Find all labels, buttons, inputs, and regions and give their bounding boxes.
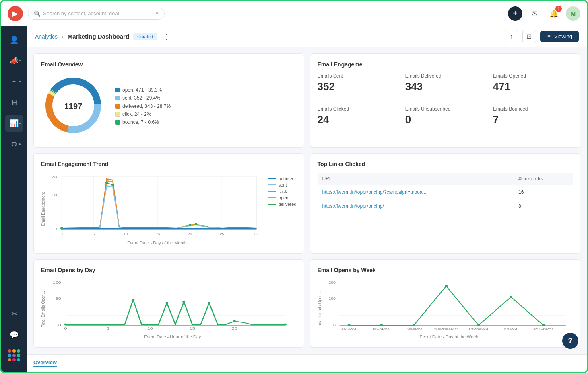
link-url-1[interactable]: https://fwcrm.in/toppr/pricing/?campaign… xyxy=(318,185,514,199)
help-button[interactable]: ? xyxy=(562,333,578,349)
sidebar-item-dot xyxy=(19,123,21,124)
svg-text:5: 5 xyxy=(106,326,109,330)
legend-bounce: bounce, 7 - 0.6% xyxy=(122,119,159,125)
email-button[interactable]: ✉ xyxy=(527,6,542,21)
stat-emails-bounced: Emails Bounced 7 xyxy=(493,106,573,126)
sidebar-item-analytics[interactable]: 📊 xyxy=(5,115,23,132)
svg-point-71 xyxy=(542,324,545,326)
breadcrumb-separator: › xyxy=(62,33,64,40)
legend-bounce-line: bounce xyxy=(268,176,297,181)
legend-click: click, 24 - 2% xyxy=(122,111,151,117)
more-options-button[interactable]: ⋮ xyxy=(163,32,170,41)
stat-value: 7 xyxy=(493,113,573,126)
svg-text:50: 50 xyxy=(56,297,61,301)
monitor-icon: 🖥 xyxy=(10,98,18,107)
logo-button[interactable]: ▶ xyxy=(8,6,23,21)
svg-point-31 xyxy=(195,223,197,225)
contacts-icon: 👤 xyxy=(10,35,19,44)
links-table: URL #Link clicks https://fwcrm.in/toppr/… xyxy=(318,173,573,213)
link-url-2[interactable]: https://fwcrm.in/toppr/pricing/ xyxy=(318,199,514,213)
email-icon: ✉ xyxy=(532,9,538,18)
analytics-icon: 📊 xyxy=(10,119,19,128)
svg-point-47 xyxy=(182,301,185,303)
stat-label: Emails Opened xyxy=(493,73,573,79)
sidebar-item-automation[interactable]: ✦ xyxy=(5,73,23,90)
stat-value: 24 xyxy=(318,113,397,126)
svg-text:SATURDAY: SATURDAY xyxy=(533,327,553,330)
export-button[interactable]: ↑ xyxy=(505,30,518,43)
svg-point-69 xyxy=(477,324,480,326)
tab-overview[interactable]: Overview xyxy=(33,359,57,367)
stat-label: Emails Bounced xyxy=(493,106,573,112)
sidebar-item-monitor[interactable]: 🖥 xyxy=(5,94,23,111)
table-row: https://fwcrm.in/toppr/pricing/ 8 xyxy=(318,199,573,213)
search-placeholder: Search by contact, account, deal xyxy=(43,10,119,16)
avatar[interactable]: M xyxy=(566,6,580,21)
svg-point-30 xyxy=(188,224,191,226)
x-axis-label: Event Date - Hour of the Day xyxy=(49,334,297,339)
svg-point-46 xyxy=(165,302,168,304)
svg-text:100: 100 xyxy=(52,193,58,197)
page-title: Marketing Dashboard xyxy=(68,33,129,40)
export-icon: ↑ xyxy=(510,33,513,40)
link-clicks-1: 16 xyxy=(514,185,573,199)
curated-badge: Curated xyxy=(133,33,157,40)
campaigns-icon: 📣 xyxy=(10,56,19,65)
notifications-button[interactable]: 🔔 1 xyxy=(547,6,561,21)
eye-icon: 👁 xyxy=(547,33,552,39)
x-axis-label: Event Date - Day of the Month xyxy=(49,240,265,245)
col-clicks: #Link clicks xyxy=(514,173,573,185)
legend-click-line: click xyxy=(268,189,297,194)
opens-day-chart: 0 50 100 0 5 10 15 20 xyxy=(49,279,297,331)
svg-text:100: 100 xyxy=(328,297,336,301)
svg-text:FRIDAY: FRIDAY xyxy=(504,327,518,330)
svg-text:WEDNESDAY: WEDNESDAY xyxy=(434,327,458,330)
legend-sent-line: sent xyxy=(268,182,297,187)
email-overview-title: Email Overview xyxy=(41,61,297,68)
svg-text:0: 0 xyxy=(61,232,63,236)
breadcrumb-analytics[interactable]: Analytics xyxy=(35,33,58,40)
sidebar-apps-grid[interactable] xyxy=(6,347,23,364)
add-button[interactable]: + xyxy=(508,6,522,21)
chevron-down-icon: ▾ xyxy=(156,10,159,16)
stat-label: Emails Delivered xyxy=(405,73,485,79)
svg-point-28 xyxy=(105,182,108,184)
svg-point-50 xyxy=(284,324,287,326)
chart-legend: open, 471 - 39.3% sent, 352 - 29.4% deli… xyxy=(115,87,171,125)
viewing-button[interactable]: 👁 Viewing xyxy=(540,31,579,42)
table-row: https://fwcrm.in/toppr/pricing/?campaign… xyxy=(318,185,573,199)
tools-icon: ✂ xyxy=(11,309,17,318)
automation-icon: ✦ xyxy=(12,78,17,85)
sidebar-item-tools[interactable]: ✂ xyxy=(5,305,23,323)
svg-text:0: 0 xyxy=(56,227,58,231)
y-axis-label: Total Emails Open... xyxy=(41,291,45,327)
fullscreen-button[interactable]: ⊡ xyxy=(522,30,536,43)
link-clicks-2: 8 xyxy=(514,199,573,213)
svg-point-49 xyxy=(233,320,236,322)
opens-week-chart: 0 100 200 SUNDAY MONDAY TUESDAY WEDNESDA… xyxy=(325,279,573,331)
stat-value: 352 xyxy=(318,80,397,93)
svg-text:10: 10 xyxy=(124,232,128,236)
svg-text:0: 0 xyxy=(64,326,67,330)
svg-text:25: 25 xyxy=(220,232,224,236)
sidebar-item-messages[interactable]: 💬 xyxy=(5,326,23,344)
sidebar-item-settings[interactable]: ⚙ xyxy=(5,135,23,153)
sidebar-item-contacts[interactable]: 👤 xyxy=(5,31,23,49)
svg-text:15: 15 xyxy=(156,232,160,236)
email-engagement-title: Email Engageme xyxy=(318,61,573,68)
svg-point-27 xyxy=(60,227,63,230)
sidebar-item-campaigns[interactable]: 📣 xyxy=(5,52,23,70)
email-opens-day-title: Email Opens by Day xyxy=(41,267,297,273)
breadcrumb-bar: Analytics › Marketing Dashboard Curated … xyxy=(27,26,587,47)
stat-emails-delivered: Emails Delivered 343 xyxy=(405,73,485,93)
sidebar-item-dot xyxy=(19,60,21,61)
svg-text:30: 30 xyxy=(254,232,259,236)
svg-point-45 xyxy=(132,299,134,301)
search-bar[interactable]: 🔍 Search by contact, account, deal ▾ xyxy=(28,8,165,20)
email-opens-week-title: Email Opens by Week xyxy=(318,267,573,273)
svg-text:THURSDAY: THURSDAY xyxy=(468,327,489,330)
legend-open-line: open xyxy=(268,195,297,200)
stat-emails-unsubscribed: Emails Unsubscribed 0 xyxy=(405,106,485,126)
stat-label: Emails Clicked xyxy=(318,106,397,112)
svg-text:200: 200 xyxy=(52,175,58,179)
